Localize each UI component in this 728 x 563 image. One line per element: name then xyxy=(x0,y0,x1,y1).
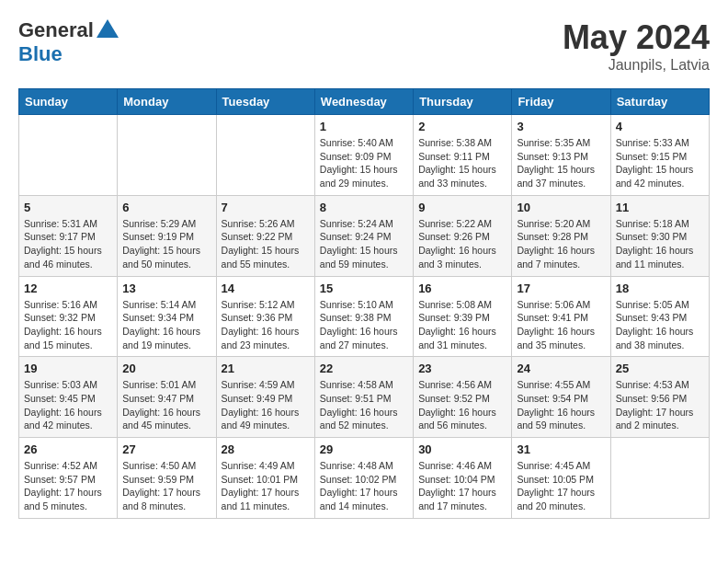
calendar-cell: 26Sunrise: 4:52 AM Sunset: 9:57 PM Dayli… xyxy=(19,438,118,519)
day-number: 5 xyxy=(24,201,112,214)
calendar-header-row: SundayMondayTuesdayWednesdayThursdayFrid… xyxy=(19,89,710,115)
day-number: 15 xyxy=(320,282,408,295)
calendar-cell: 28Sunrise: 4:49 AM Sunset: 10:01 PM Dayl… xyxy=(216,438,314,519)
calendar-week-row: 26Sunrise: 4:52 AM Sunset: 9:57 PM Dayli… xyxy=(19,438,710,519)
calendar-week-row: 12Sunrise: 5:16 AM Sunset: 9:32 PM Dayli… xyxy=(19,276,710,357)
day-number: 1 xyxy=(320,120,408,133)
day-info: Sunrise: 5:26 AM Sunset: 9:22 PM Dayligh… xyxy=(222,217,310,271)
day-number: 19 xyxy=(24,362,112,375)
calendar-cell: 15Sunrise: 5:10 AM Sunset: 9:38 PM Dayli… xyxy=(314,276,413,357)
calendar-cell: 19Sunrise: 5:03 AM Sunset: 9:45 PM Dayli… xyxy=(19,357,118,438)
day-info: Sunrise: 5:18 AM Sunset: 9:30 PM Dayligh… xyxy=(616,217,704,271)
day-info: Sunrise: 4:53 AM Sunset: 9:56 PM Dayligh… xyxy=(616,378,704,432)
calendar-cell: 13Sunrise: 5:14 AM Sunset: 9:34 PM Dayli… xyxy=(118,276,216,357)
day-info: Sunrise: 5:22 AM Sunset: 9:26 PM Dayligh… xyxy=(418,217,506,271)
day-number: 26 xyxy=(24,442,112,456)
day-number: 27 xyxy=(122,442,210,456)
day-number: 12 xyxy=(24,282,112,295)
calendar-cell: 2Sunrise: 5:38 AM Sunset: 9:11 PM Daylig… xyxy=(414,115,512,196)
day-info: Sunrise: 5:08 AM Sunset: 9:39 PM Dayligh… xyxy=(418,298,506,352)
day-info: Sunrise: 5:24 AM Sunset: 9:24 PM Dayligh… xyxy=(320,217,408,271)
day-info: Sunrise: 4:52 AM Sunset: 9:57 PM Dayligh… xyxy=(24,459,112,513)
day-info: Sunrise: 5:38 AM Sunset: 9:11 PM Dayligh… xyxy=(418,136,506,190)
day-number: 8 xyxy=(320,201,408,214)
day-info: Sunrise: 4:48 AM Sunset: 10:02 PM Daylig… xyxy=(320,459,408,513)
calendar-cell: 10Sunrise: 5:20 AM Sunset: 9:28 PM Dayli… xyxy=(512,195,610,276)
calendar-cell: 5Sunrise: 5:31 AM Sunset: 9:17 PM Daylig… xyxy=(19,195,118,276)
calendar-header-wednesday: Wednesday xyxy=(314,89,413,115)
day-info: Sunrise: 5:05 AM Sunset: 9:43 PM Dayligh… xyxy=(616,298,704,352)
day-info: Sunrise: 5:33 AM Sunset: 9:15 PM Dayligh… xyxy=(616,136,704,190)
calendar-cell: 31Sunrise: 4:45 AM Sunset: 10:05 PM Dayl… xyxy=(512,438,610,519)
calendar-header-saturday: Saturday xyxy=(610,89,709,115)
title-block: May 2024 Jaunpils, Latvia xyxy=(563,18,710,74)
calendar-header-tuesday: Tuesday xyxy=(216,89,314,115)
day-info: Sunrise: 4:59 AM Sunset: 9:49 PM Dayligh… xyxy=(222,378,310,432)
day-info: Sunrise: 4:46 AM Sunset: 10:04 PM Daylig… xyxy=(418,459,506,513)
logo-general: General xyxy=(18,18,94,42)
day-number: 22 xyxy=(320,362,408,375)
day-number: 29 xyxy=(320,442,408,456)
day-number: 11 xyxy=(616,201,704,214)
day-number: 4 xyxy=(616,120,704,133)
calendar-cell: 23Sunrise: 4:56 AM Sunset: 9:52 PM Dayli… xyxy=(414,357,512,438)
day-number: 30 xyxy=(418,442,506,456)
calendar-cell: 1Sunrise: 5:40 AM Sunset: 9:09 PM Daylig… xyxy=(314,115,413,196)
calendar-cell: 7Sunrise: 5:26 AM Sunset: 9:22 PM Daylig… xyxy=(216,195,314,276)
logo-blue: Blue xyxy=(18,42,63,66)
day-number: 3 xyxy=(517,120,605,133)
day-info: Sunrise: 5:06 AM Sunset: 9:41 PM Dayligh… xyxy=(517,298,605,352)
day-number: 2 xyxy=(418,120,506,133)
logo-triangle-icon xyxy=(97,19,119,38)
day-number: 10 xyxy=(517,201,605,214)
day-info: Sunrise: 4:45 AM Sunset: 10:05 PM Daylig… xyxy=(517,459,605,513)
day-number: 31 xyxy=(517,442,605,456)
calendar-cell: 20Sunrise: 5:01 AM Sunset: 9:47 PM Dayli… xyxy=(118,357,216,438)
day-number: 9 xyxy=(418,201,506,214)
day-info: Sunrise: 5:03 AM Sunset: 9:45 PM Dayligh… xyxy=(24,378,112,432)
day-info: Sunrise: 5:40 AM Sunset: 9:09 PM Dayligh… xyxy=(320,136,408,190)
calendar-cell: 11Sunrise: 5:18 AM Sunset: 9:30 PM Dayli… xyxy=(610,195,709,276)
day-info: Sunrise: 5:10 AM Sunset: 9:38 PM Dayligh… xyxy=(320,298,408,352)
calendar-cell: 12Sunrise: 5:16 AM Sunset: 9:32 PM Dayli… xyxy=(19,276,118,357)
calendar-cell: 4Sunrise: 5:33 AM Sunset: 9:15 PM Daylig… xyxy=(610,115,709,196)
location-subtitle: Jaunpils, Latvia xyxy=(563,57,710,74)
day-number: 25 xyxy=(616,362,704,375)
day-info: Sunrise: 5:12 AM Sunset: 9:36 PM Dayligh… xyxy=(222,298,310,352)
day-number: 23 xyxy=(418,362,506,375)
day-info: Sunrise: 5:20 AM Sunset: 9:28 PM Dayligh… xyxy=(517,217,605,271)
day-info: Sunrise: 5:16 AM Sunset: 9:32 PM Dayligh… xyxy=(24,298,112,352)
day-number: 14 xyxy=(222,282,310,295)
logo: General Blue xyxy=(18,18,119,66)
calendar-cell: 8Sunrise: 5:24 AM Sunset: 9:24 PM Daylig… xyxy=(314,195,413,276)
calendar-cell: 3Sunrise: 5:35 AM Sunset: 9:13 PM Daylig… xyxy=(512,115,610,196)
day-info: Sunrise: 4:49 AM Sunset: 10:01 PM Daylig… xyxy=(222,459,310,513)
calendar-cell: 24Sunrise: 4:55 AM Sunset: 9:54 PM Dayli… xyxy=(512,357,610,438)
day-info: Sunrise: 4:55 AM Sunset: 9:54 PM Dayligh… xyxy=(517,378,605,432)
day-info: Sunrise: 4:56 AM Sunset: 9:52 PM Dayligh… xyxy=(418,378,506,432)
calendar-cell: 22Sunrise: 4:58 AM Sunset: 9:51 PM Dayli… xyxy=(314,357,413,438)
calendar-cell: 9Sunrise: 5:22 AM Sunset: 9:26 PM Daylig… xyxy=(414,195,512,276)
day-info: Sunrise: 4:50 AM Sunset: 9:59 PM Dayligh… xyxy=(122,459,210,513)
calendar-cell: 21Sunrise: 4:59 AM Sunset: 9:49 PM Dayli… xyxy=(216,357,314,438)
calendar-cell: 18Sunrise: 5:05 AM Sunset: 9:43 PM Dayli… xyxy=(610,276,709,357)
calendar-header-thursday: Thursday xyxy=(414,89,512,115)
calendar-cell: 17Sunrise: 5:06 AM Sunset: 9:41 PM Dayli… xyxy=(512,276,610,357)
calendar-week-row: 1Sunrise: 5:40 AM Sunset: 9:09 PM Daylig… xyxy=(19,115,710,196)
calendar-header-sunday: Sunday xyxy=(19,89,118,115)
calendar-cell: 6Sunrise: 5:29 AM Sunset: 9:19 PM Daylig… xyxy=(118,195,216,276)
day-number: 18 xyxy=(616,282,704,295)
calendar-cell: 25Sunrise: 4:53 AM Sunset: 9:56 PM Dayli… xyxy=(610,357,709,438)
calendar-table: SundayMondayTuesdayWednesdayThursdayFrid… xyxy=(18,88,710,519)
calendar-header-friday: Friday xyxy=(512,89,610,115)
calendar-week-row: 5Sunrise: 5:31 AM Sunset: 9:17 PM Daylig… xyxy=(19,195,710,276)
day-info: Sunrise: 5:01 AM Sunset: 9:47 PM Dayligh… xyxy=(122,378,210,432)
day-number: 28 xyxy=(222,442,310,456)
day-info: Sunrise: 5:35 AM Sunset: 9:13 PM Dayligh… xyxy=(517,136,605,190)
day-number: 24 xyxy=(517,362,605,375)
day-number: 7 xyxy=(222,201,310,214)
calendar-cell: 27Sunrise: 4:50 AM Sunset: 9:59 PM Dayli… xyxy=(118,438,216,519)
calendar-cell: 29Sunrise: 4:48 AM Sunset: 10:02 PM Dayl… xyxy=(314,438,413,519)
day-info: Sunrise: 5:14 AM Sunset: 9:34 PM Dayligh… xyxy=(122,298,210,352)
day-number: 17 xyxy=(517,282,605,295)
